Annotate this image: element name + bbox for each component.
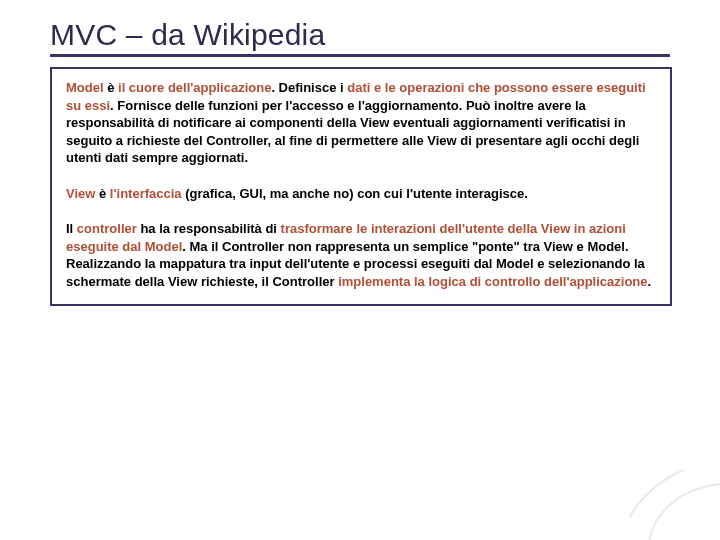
emph-model-name: Model bbox=[66, 80, 104, 95]
title-underline bbox=[50, 54, 670, 57]
emph-model-core: il cuore dell'applicazione bbox=[118, 80, 271, 95]
text: (grafica, GUI, ma anche no) con cui l'ut… bbox=[182, 186, 528, 201]
text: . Fornisce delle funzioni per l'accesso … bbox=[66, 98, 639, 166]
emph-view-interface: l'interfaccia bbox=[110, 186, 182, 201]
emph-controller-logic: implementa la logica di controllo dell'a… bbox=[338, 274, 647, 289]
page-title: MVC – da Wikipedia bbox=[50, 18, 680, 52]
emph-controller-name: controller bbox=[77, 221, 137, 236]
decorative-corner bbox=[630, 470, 720, 540]
content-box: Model è il cuore dell'applicazione. Defi… bbox=[50, 67, 672, 306]
text: . Definisce i bbox=[271, 80, 347, 95]
emph-view-name: View bbox=[66, 186, 95, 201]
text: ha la responsabilità di bbox=[137, 221, 281, 236]
paragraph-view: View è l'interfaccia (grafica, GUI, ma a… bbox=[66, 185, 656, 203]
paragraph-model: Model è il cuore dell'applicazione. Defi… bbox=[66, 79, 656, 167]
text: Il bbox=[66, 221, 77, 236]
text: . bbox=[648, 274, 652, 289]
paragraph-controller: Il controller ha la responsabilità di tr… bbox=[66, 220, 656, 290]
text: è bbox=[104, 80, 118, 95]
text: è bbox=[95, 186, 109, 201]
slide: MVC – da Wikipedia Model è il cuore dell… bbox=[0, 0, 720, 540]
